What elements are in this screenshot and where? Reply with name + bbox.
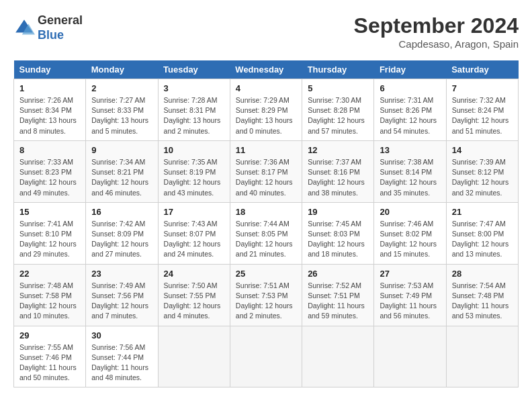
- calendar-day-cell: 6Sunrise: 7:31 AM Sunset: 8:26 PM Daylig…: [374, 79, 446, 141]
- logo-blue-text: Blue: [38, 28, 64, 42]
- day-number: 29: [19, 330, 80, 340]
- page-header: General Blue September 2024 Capdesaso, A…: [13, 13, 519, 50]
- weekday-header-wednesday: Wednesday: [230, 60, 302, 79]
- day-info: Sunrise: 7:33 AM Sunset: 8:23 PM Dayligh…: [19, 157, 80, 198]
- calendar-day-cell: [374, 326, 446, 387]
- weekday-header-friday: Friday: [374, 60, 446, 79]
- calendar-day-cell: 11Sunrise: 7:36 AM Sunset: 8:17 PM Dayli…: [230, 140, 302, 202]
- day-number: 14: [452, 145, 513, 155]
- day-number: 15: [19, 207, 80, 217]
- calendar-day-cell: 8Sunrise: 7:33 AM Sunset: 8:23 PM Daylig…: [14, 140, 86, 202]
- day-info: Sunrise: 7:51 AM Sunset: 7:53 PM Dayligh…: [236, 281, 296, 322]
- calendar-week-row: 1Sunrise: 7:26 AM Sunset: 8:34 PM Daylig…: [14, 79, 519, 141]
- calendar-day-cell: 19Sunrise: 7:45 AM Sunset: 8:03 PM Dayli…: [302, 202, 374, 264]
- day-info: Sunrise: 7:42 AM Sunset: 8:09 PM Dayligh…: [91, 219, 152, 260]
- day-number: 2: [91, 83, 152, 93]
- calendar-day-cell: 18Sunrise: 7:44 AM Sunset: 8:05 PM Dayli…: [230, 202, 302, 264]
- calendar-day-cell: 7Sunrise: 7:32 AM Sunset: 8:24 PM Daylig…: [446, 79, 518, 141]
- day-info: Sunrise: 7:56 AM Sunset: 7:44 PM Dayligh…: [91, 342, 152, 383]
- month-title: September 2024: [354, 13, 519, 38]
- weekday-header-thursday: Thursday: [302, 60, 374, 79]
- day-number: 8: [19, 145, 80, 155]
- day-info: Sunrise: 7:49 AM Sunset: 7:56 PM Dayligh…: [91, 281, 152, 322]
- day-info: Sunrise: 7:30 AM Sunset: 8:28 PM Dayligh…: [308, 95, 368, 136]
- calendar-week-row: 15Sunrise: 7:41 AM Sunset: 8:10 PM Dayli…: [14, 202, 519, 264]
- day-number: 4: [236, 83, 296, 93]
- day-info: Sunrise: 7:41 AM Sunset: 8:10 PM Dayligh…: [19, 219, 80, 260]
- day-number: 16: [91, 207, 152, 217]
- calendar-day-cell: 10Sunrise: 7:35 AM Sunset: 8:19 PM Dayli…: [158, 140, 230, 202]
- calendar-day-cell: 4Sunrise: 7:29 AM Sunset: 8:29 PM Daylig…: [230, 79, 302, 141]
- weekday-header-row: SundayMondayTuesdayWednesdayThursdayFrid…: [14, 60, 519, 79]
- calendar-day-cell: 28Sunrise: 7:54 AM Sunset: 7:48 PM Dayli…: [446, 264, 518, 326]
- calendar-week-row: 8Sunrise: 7:33 AM Sunset: 8:23 PM Daylig…: [14, 140, 519, 202]
- calendar-day-cell: 27Sunrise: 7:53 AM Sunset: 7:49 PM Dayli…: [374, 264, 446, 326]
- calendar-day-cell: 22Sunrise: 7:48 AM Sunset: 7:58 PM Dayli…: [14, 264, 86, 326]
- day-number: 17: [164, 207, 224, 217]
- logo-icon: [13, 17, 35, 39]
- day-number: 13: [380, 145, 440, 155]
- day-number: 3: [164, 83, 224, 93]
- logo-general-text: General: [38, 13, 83, 27]
- day-info: Sunrise: 7:27 AM Sunset: 8:33 PM Dayligh…: [91, 95, 152, 136]
- day-number: 7: [452, 83, 513, 93]
- weekday-header-saturday: Saturday: [446, 60, 518, 79]
- day-number: 23: [91, 269, 152, 279]
- day-info: Sunrise: 7:43 AM Sunset: 8:07 PM Dayligh…: [164, 219, 224, 260]
- calendar-day-cell: [302, 326, 374, 387]
- day-info: Sunrise: 7:50 AM Sunset: 7:55 PM Dayligh…: [164, 281, 224, 322]
- calendar-day-cell: [230, 326, 302, 387]
- day-info: Sunrise: 7:28 AM Sunset: 8:31 PM Dayligh…: [164, 95, 224, 136]
- day-number: 9: [91, 145, 152, 155]
- day-info: Sunrise: 7:35 AM Sunset: 8:19 PM Dayligh…: [164, 157, 224, 198]
- calendar-day-cell: 16Sunrise: 7:42 AM Sunset: 8:09 PM Dayli…: [86, 202, 158, 264]
- calendar-day-cell: 29Sunrise: 7:55 AM Sunset: 7:46 PM Dayli…: [14, 326, 86, 387]
- calendar-day-cell: 26Sunrise: 7:52 AM Sunset: 7:51 PM Dayli…: [302, 264, 374, 326]
- day-number: 19: [308, 207, 368, 217]
- day-number: 27: [380, 269, 440, 279]
- day-number: 25: [236, 269, 296, 279]
- calendar-day-cell: [158, 326, 230, 387]
- day-number: 5: [308, 83, 368, 93]
- day-number: 1: [19, 83, 80, 93]
- day-info: Sunrise: 7:53 AM Sunset: 7:49 PM Dayligh…: [380, 281, 440, 322]
- day-number: 22: [19, 269, 80, 279]
- location: Capdesaso, Aragon, Spain: [354, 38, 519, 50]
- calendar-week-row: 29Sunrise: 7:55 AM Sunset: 7:46 PM Dayli…: [14, 326, 519, 387]
- day-number: 20: [380, 207, 440, 217]
- day-info: Sunrise: 7:36 AM Sunset: 8:17 PM Dayligh…: [236, 157, 296, 198]
- calendar-day-cell: 5Sunrise: 7:30 AM Sunset: 8:28 PM Daylig…: [302, 79, 374, 141]
- calendar-day-cell: 2Sunrise: 7:27 AM Sunset: 8:33 PM Daylig…: [86, 79, 158, 141]
- day-number: 30: [91, 330, 152, 340]
- calendar-day-cell: 21Sunrise: 7:47 AM Sunset: 8:00 PM Dayli…: [446, 202, 518, 264]
- weekday-header-tuesday: Tuesday: [158, 60, 230, 79]
- day-number: 24: [164, 269, 224, 279]
- calendar-day-cell: 25Sunrise: 7:51 AM Sunset: 7:53 PM Dayli…: [230, 264, 302, 326]
- day-info: Sunrise: 7:47 AM Sunset: 8:00 PM Dayligh…: [452, 219, 513, 260]
- day-info: Sunrise: 7:32 AM Sunset: 8:24 PM Dayligh…: [452, 95, 513, 136]
- day-number: 11: [236, 145, 296, 155]
- day-info: Sunrise: 7:39 AM Sunset: 8:12 PM Dayligh…: [452, 157, 513, 198]
- calendar-day-cell: 3Sunrise: 7:28 AM Sunset: 8:31 PM Daylig…: [158, 79, 230, 141]
- calendar-day-cell: 1Sunrise: 7:26 AM Sunset: 8:34 PM Daylig…: [14, 79, 86, 141]
- day-info: Sunrise: 7:52 AM Sunset: 7:51 PM Dayligh…: [308, 281, 368, 322]
- day-info: Sunrise: 7:45 AM Sunset: 8:03 PM Dayligh…: [308, 219, 368, 260]
- day-number: 26: [308, 269, 368, 279]
- day-number: 12: [308, 145, 368, 155]
- calendar-day-cell: 30Sunrise: 7:56 AM Sunset: 7:44 PM Dayli…: [86, 326, 158, 387]
- day-number: 21: [452, 207, 513, 217]
- calendar-day-cell: 20Sunrise: 7:46 AM Sunset: 8:02 PM Dayli…: [374, 202, 446, 264]
- day-number: 18: [236, 207, 296, 217]
- calendar-day-cell: 17Sunrise: 7:43 AM Sunset: 8:07 PM Dayli…: [158, 202, 230, 264]
- day-info: Sunrise: 7:29 AM Sunset: 8:29 PM Dayligh…: [236, 95, 296, 136]
- weekday-header-sunday: Sunday: [14, 60, 86, 79]
- calendar-week-row: 22Sunrise: 7:48 AM Sunset: 7:58 PM Dayli…: [14, 264, 519, 326]
- day-info: Sunrise: 7:55 AM Sunset: 7:46 PM Dayligh…: [19, 342, 80, 383]
- day-info: Sunrise: 7:26 AM Sunset: 8:34 PM Dayligh…: [19, 95, 80, 136]
- calendar-day-cell: 13Sunrise: 7:38 AM Sunset: 8:14 PM Dayli…: [374, 140, 446, 202]
- calendar-day-cell: 9Sunrise: 7:34 AM Sunset: 8:21 PM Daylig…: [86, 140, 158, 202]
- day-info: Sunrise: 7:38 AM Sunset: 8:14 PM Dayligh…: [380, 157, 440, 198]
- day-info: Sunrise: 7:34 AM Sunset: 8:21 PM Dayligh…: [91, 157, 152, 198]
- calendar-day-cell: 24Sunrise: 7:50 AM Sunset: 7:55 PM Dayli…: [158, 264, 230, 326]
- title-area: September 2024 Capdesaso, Aragon, Spain: [354, 13, 519, 50]
